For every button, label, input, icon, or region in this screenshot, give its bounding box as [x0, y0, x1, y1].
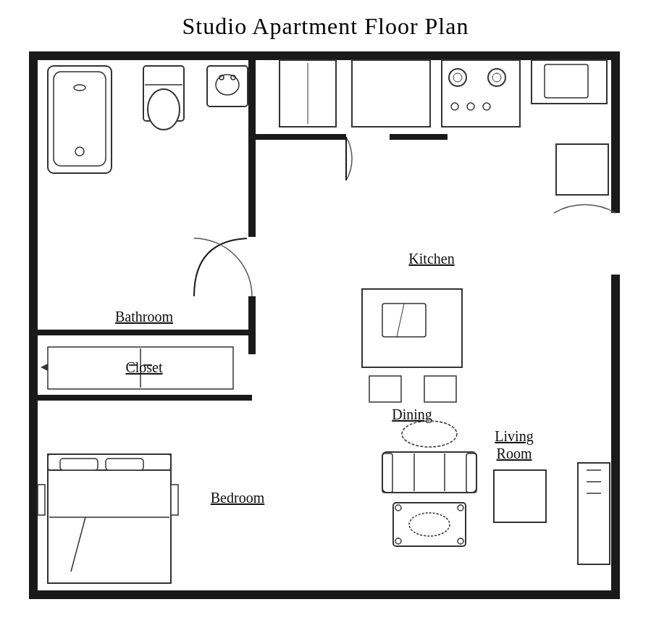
svg-rect-11 — [611, 213, 621, 275]
svg-rect-68 — [171, 485, 178, 515]
svg-text:Room: Room — [497, 446, 532, 461]
svg-rect-65 — [106, 459, 143, 470]
svg-text:Closet: Closet — [125, 359, 163, 375]
svg-rect-40 — [362, 289, 462, 367]
svg-text:Bedroom: Bedroom — [211, 490, 265, 506]
svg-text:Dining: Dining — [392, 406, 432, 423]
svg-rect-51 — [393, 503, 466, 546]
svg-rect-45 — [382, 452, 476, 493]
svg-rect-39 — [556, 144, 608, 195]
floor-plan: Bathroom Closet Bedroom Kitchen Dining L… — [28, 50, 621, 601]
svg-point-20 — [148, 89, 180, 130]
svg-rect-43 — [369, 376, 401, 402]
svg-rect-5 — [247, 237, 258, 296]
svg-rect-16 — [54, 72, 106, 166]
svg-rect-57 — [494, 470, 546, 522]
svg-text:Kitchen: Kitchen — [408, 251, 454, 267]
svg-text:Bathroom: Bathroom — [115, 309, 173, 325]
svg-rect-67 — [38, 485, 45, 515]
svg-text:Living: Living — [495, 428, 533, 445]
svg-rect-58 — [578, 463, 610, 564]
page-title: Studio Apartment Floor Plan — [0, 0, 651, 50]
svg-rect-28 — [352, 60, 430, 127]
svg-rect-64 — [60, 459, 98, 470]
svg-rect-38 — [545, 64, 588, 98]
svg-rect-44 — [424, 376, 456, 402]
svg-rect-62 — [48, 454, 171, 583]
